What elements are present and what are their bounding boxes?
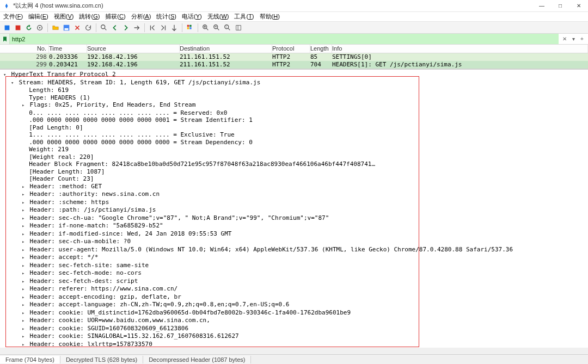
capture-options-button[interactable]: [35, 23, 45, 33]
chevron-right-icon[interactable]: [22, 293, 26, 301]
tree-row[interactable]: Header: accept-encoding: gzip, deflate, …: [0, 293, 588, 301]
column-header-source[interactable]: Source: [87, 45, 180, 53]
tree-row[interactable]: Header: cookie: SGUID=1607608320609_6612…: [0, 325, 588, 333]
menu-item[interactable]: 工具(T): [234, 13, 254, 21]
close-button[interactable]: ✕: [569, 0, 588, 12]
chevron-right-icon[interactable]: [22, 285, 26, 293]
tree-row[interactable]: Type: HEADERS (1): [0, 94, 588, 102]
packet-row[interactable]: 2980.203336192.168.42.196211.161.151.52H…: [0, 53, 588, 61]
tree-row[interactable]: Header: accept-language: zh-CN,zh-TW;q=0…: [0, 301, 588, 309]
chevron-right-icon[interactable]: [22, 222, 26, 230]
tree-row[interactable]: Header: sec-fetch-mode: no-cors: [0, 269, 588, 277]
chevron-right-icon[interactable]: [22, 341, 26, 348]
chevron-right-icon[interactable]: [22, 183, 26, 191]
tree-row[interactable]: Header: sec-fetch-dest: script: [0, 277, 588, 286]
goto-button[interactable]: [132, 23, 142, 33]
chevron-right-icon[interactable]: [22, 277, 26, 286]
zoom-in-button[interactable]: [201, 23, 211, 33]
tree-row[interactable]: .000 0000 0000 0000 0000 0000 0000 0000 …: [0, 139, 588, 146]
chevron-right-icon[interactable]: [22, 254, 26, 262]
packet-details-pane[interactable]: HyperText Transfer Protocol 2 Stream: HE…: [0, 69, 588, 348]
minimize-button[interactable]: —: [532, 0, 551, 12]
tree-row[interactable]: Header: if-modified-since: Wed, 24 Jan 2…: [0, 230, 588, 238]
chevron-right-icon[interactable]: [22, 269, 26, 277]
tree-row[interactable]: Header Block Fragment: 82418ca8be10ba0d5…: [0, 161, 588, 168]
tree-row[interactable]: Header: cookie: SINAGLOBAL=115.32.162.67…: [0, 332, 588, 341]
menu-item[interactable]: 无线(W): [207, 13, 229, 21]
packet-list-header[interactable]: No. Time Source Destination Protocol Len…: [0, 45, 588, 53]
chevron-down-icon[interactable]: [11, 79, 15, 87]
tree-row[interactable]: Header: :authority: news.sina.com.cn: [0, 190, 588, 199]
tree-row[interactable]: [Weight real: 220]: [0, 153, 588, 161]
packet-rows[interactable]: 2980.203336192.168.42.196211.161.151.52H…: [0, 53, 588, 69]
colorize-button[interactable]: [185, 23, 195, 33]
resize-columns-button[interactable]: [234, 23, 243, 33]
go-first-button[interactable]: [148, 23, 157, 33]
column-header-destination[interactable]: Destination: [180, 45, 272, 53]
chevron-right-icon[interactable]: [22, 101, 26, 109]
tree-row[interactable]: Weight: 219: [0, 146, 588, 153]
tree-row[interactable]: Header: cookie: UOR=www.baidu.com,www.si…: [0, 317, 588, 325]
tree-row[interactable]: Header: sec-ch-ua-mobile: ?0: [0, 238, 588, 246]
chevron-right-icon[interactable]: [22, 317, 26, 325]
tree-row[interactable]: Header: cookie: lxlrttp=1578733570: [0, 341, 588, 348]
autoscroll-button[interactable]: [169, 23, 179, 33]
menu-item[interactable]: 跳转(G): [79, 13, 100, 21]
status-tab[interactable]: Decrypted TLS (628 bytes): [60, 356, 143, 363]
filter-bookmark-icon[interactable]: [0, 34, 10, 44]
menu-item[interactable]: 视图(V): [54, 13, 74, 21]
tree-row[interactable]: Header: sec-fetch-site: same-site: [0, 262, 588, 270]
chevron-right-icon[interactable]: [22, 230, 26, 238]
menu-item[interactable]: 捕获(C): [105, 13, 125, 21]
tree-row[interactable]: [Pad Length: 0]: [0, 124, 588, 132]
column-header-no[interactable]: No.: [0, 45, 49, 53]
filter-dropdown-button[interactable]: ▾: [569, 35, 577, 43]
tree-row[interactable]: [Header Count: 23]: [0, 175, 588, 183]
tree-row[interactable]: Header: accept: */*: [0, 254, 588, 262]
tree-row[interactable]: [Header Length: 1087]: [0, 168, 588, 176]
menu-item[interactable]: 文件(F): [3, 13, 23, 21]
menu-item[interactable]: 统计(S): [156, 13, 176, 21]
menu-item[interactable]: 编辑(E): [28, 13, 48, 21]
chevron-right-icon[interactable]: [22, 190, 26, 199]
chevron-right-icon[interactable]: [22, 309, 26, 317]
menu-item[interactable]: 分析(A): [131, 13, 151, 21]
tree-row[interactable]: Header: referer: https://www.sina.com.cn…: [0, 285, 588, 293]
chevron-right-icon[interactable]: [22, 206, 26, 214]
go-back-button[interactable]: [110, 23, 120, 33]
tree-row[interactable]: Header: :path: /js/pctianyi/sima.js: [0, 206, 588, 214]
go-forward-button[interactable]: [121, 23, 131, 33]
start-capture-button[interactable]: [2, 23, 12, 33]
tree-row[interactable]: Header: :scheme: https: [0, 199, 588, 207]
display-filter-input[interactable]: [10, 34, 559, 44]
tree-row[interactable]: Flags: 0x25, Priority, End Headers, End …: [0, 101, 588, 109]
column-header-time[interactable]: Time: [49, 45, 87, 53]
column-header-length[interactable]: Length: [310, 45, 332, 53]
tree-row[interactable]: 1... .... .... .... .... .... .... .... …: [0, 131, 588, 139]
chevron-right-icon[interactable]: [22, 238, 26, 246]
chevron-right-icon[interactable]: [22, 214, 26, 223]
stop-capture-button[interactable]: [13, 23, 23, 33]
zoom-out-button[interactable]: [212, 23, 222, 33]
tree-row[interactable]: Header: sec-ch-ua: "Google Chrome";v="87…: [0, 214, 588, 223]
save-file-button[interactable]: [62, 23, 71, 33]
tree-row[interactable]: Header: cookie: UM_distinctid=1762dba960…: [0, 309, 588, 317]
reload-button[interactable]: [83, 23, 93, 33]
maximize-button[interactable]: □: [551, 0, 569, 12]
column-header-protocol[interactable]: Protocol: [272, 45, 310, 53]
tree-row[interactable]: Length: 619: [0, 87, 588, 94]
restart-capture-button[interactable]: [24, 23, 34, 33]
tree-row[interactable]: .000 0000 0000 0000 0000 0000 0000 0001 …: [0, 116, 588, 124]
zoom-reset-button[interactable]: 1: [223, 23, 232, 33]
tree-row[interactable]: Header: :method: GET: [0, 183, 588, 191]
tree-row[interactable]: 0... .... .... .... .... .... .... .... …: [0, 109, 588, 117]
find-button[interactable]: [99, 23, 109, 33]
chevron-right-icon[interactable]: [22, 325, 26, 333]
close-file-button[interactable]: [72, 23, 82, 33]
status-tab[interactable]: Frame (704 bytes): [0, 356, 60, 363]
tree-row[interactable]: Stream: HEADERS, Stream ID: 1, Length 61…: [0, 79, 588, 87]
go-last-button[interactable]: [158, 23, 168, 33]
menu-item[interactable]: 电话(Y): [182, 13, 202, 21]
filter-add-button[interactable]: +: [578, 35, 586, 43]
tree-row[interactable]: HyperText Transfer Protocol 2: [0, 71, 588, 79]
